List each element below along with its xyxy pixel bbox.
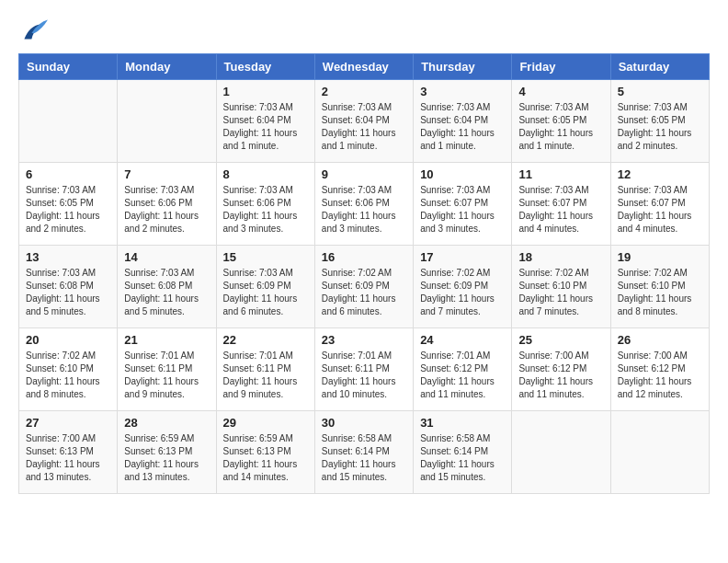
- header-day-wednesday: Wednesday: [314, 54, 413, 80]
- day-number: 22: [223, 333, 308, 347]
- cell-content: Sunrise: 7:01 AM Sunset: 6:12 PM Dayligh…: [420, 350, 505, 401]
- cell-content: Sunrise: 7:03 AM Sunset: 6:04 PM Dayligh…: [322, 101, 406, 153]
- calendar-cell: 6Sunrise: 7:03 AM Sunset: 6:05 PM Daylig…: [19, 163, 118, 246]
- day-number: 16: [322, 250, 406, 264]
- week-row-3: 13Sunrise: 7:03 AM Sunset: 6:08 PM Dayli…: [19, 246, 710, 328]
- calendar-cell: 5Sunrise: 7:03 AM Sunset: 6:05 PM Daylig…: [610, 80, 709, 163]
- day-number: 29: [223, 416, 308, 430]
- cell-content: Sunrise: 7:03 AM Sunset: 6:04 PM Dayligh…: [420, 101, 505, 153]
- cell-content: Sunrise: 7:03 AM Sunset: 6:04 PM Dayligh…: [223, 101, 308, 153]
- calendar-cell: 22Sunrise: 7:01 AM Sunset: 6:11 PM Dayli…: [216, 328, 314, 411]
- cell-content: Sunrise: 7:01 AM Sunset: 6:11 PM Dayligh…: [124, 350, 209, 401]
- calendar-cell: 24Sunrise: 7:01 AM Sunset: 6:12 PM Dayli…: [414, 328, 512, 411]
- day-number: 7: [124, 167, 209, 181]
- cell-content: Sunrise: 6:59 AM Sunset: 6:13 PM Dayligh…: [223, 432, 308, 484]
- day-number: 27: [26, 416, 110, 430]
- cell-content: Sunrise: 7:02 AM Sunset: 6:09 PM Dayligh…: [322, 267, 406, 318]
- cell-content: Sunrise: 7:00 AM Sunset: 6:13 PM Dayligh…: [26, 432, 110, 484]
- calendar-cell: 12Sunrise: 7:03 AM Sunset: 6:07 PM Dayli…: [610, 163, 709, 246]
- day-number: 15: [223, 250, 308, 264]
- day-number: 20: [26, 333, 110, 347]
- day-number: 28: [124, 416, 209, 430]
- cell-content: Sunrise: 7:03 AM Sunset: 6:05 PM Dayligh…: [26, 184, 110, 236]
- cell-content: Sunrise: 7:03 AM Sunset: 6:06 PM Dayligh…: [124, 184, 209, 236]
- day-number: 10: [420, 167, 505, 181]
- day-number: 13: [26, 250, 110, 264]
- cell-content: Sunrise: 6:58 AM Sunset: 6:14 PM Dayligh…: [322, 432, 406, 484]
- header-day-friday: Friday: [512, 54, 610, 80]
- header-row: SundayMondayTuesdayWednesdayThursdayFrid…: [19, 54, 710, 80]
- calendar-cell: [19, 80, 118, 163]
- calendar-cell: 3Sunrise: 7:03 AM Sunset: 6:04 PM Daylig…: [414, 80, 512, 163]
- calendar-cell: 31Sunrise: 6:58 AM Sunset: 6:14 PM Dayli…: [414, 411, 512, 494]
- day-number: 11: [518, 167, 603, 181]
- day-number: 23: [322, 333, 406, 347]
- calendar-cell: [512, 411, 610, 494]
- week-row-2: 6Sunrise: 7:03 AM Sunset: 6:05 PM Daylig…: [19, 163, 710, 246]
- header-day-saturday: Saturday: [610, 54, 709, 80]
- cell-content: Sunrise: 7:01 AM Sunset: 6:11 PM Dayligh…: [322, 350, 406, 401]
- calendar-cell: 30Sunrise: 6:58 AM Sunset: 6:14 PM Dayli…: [314, 411, 413, 494]
- cell-content: Sunrise: 7:03 AM Sunset: 6:08 PM Dayligh…: [26, 267, 110, 318]
- calendar-cell: [118, 80, 216, 163]
- calendar-cell: 14Sunrise: 7:03 AM Sunset: 6:08 PM Dayli…: [118, 246, 216, 328]
- header-day-sunday: Sunday: [19, 54, 118, 80]
- calendar-cell: 10Sunrise: 7:03 AM Sunset: 6:07 PM Dayli…: [414, 163, 512, 246]
- day-number: 21: [124, 333, 209, 347]
- day-number: 14: [124, 250, 209, 264]
- calendar-cell: 21Sunrise: 7:01 AM Sunset: 6:11 PM Dayli…: [118, 328, 216, 411]
- day-number: 8: [223, 167, 308, 181]
- calendar-table: SundayMondayTuesdayWednesdayThursdayFrid…: [18, 53, 710, 494]
- day-number: 4: [518, 85, 603, 98]
- header: [18, 18, 710, 44]
- cell-content: Sunrise: 7:02 AM Sunset: 6:10 PM Dayligh…: [26, 350, 110, 401]
- calendar-cell: 16Sunrise: 7:02 AM Sunset: 6:09 PM Dayli…: [314, 246, 413, 328]
- calendar-cell: 23Sunrise: 7:01 AM Sunset: 6:11 PM Dayli…: [314, 328, 413, 411]
- calendar-cell: 25Sunrise: 7:00 AM Sunset: 6:12 PM Dayli…: [512, 328, 610, 411]
- day-number: 19: [618, 250, 702, 264]
- cell-content: Sunrise: 7:03 AM Sunset: 6:08 PM Dayligh…: [124, 267, 209, 318]
- cell-content: Sunrise: 7:00 AM Sunset: 6:12 PM Dayligh…: [618, 350, 702, 401]
- day-number: 31: [420, 416, 505, 430]
- calendar-cell: 19Sunrise: 7:02 AM Sunset: 6:10 PM Dayli…: [610, 246, 709, 328]
- cell-content: Sunrise: 7:03 AM Sunset: 6:05 PM Dayligh…: [518, 101, 603, 153]
- calendar-cell: 17Sunrise: 7:02 AM Sunset: 6:09 PM Dayli…: [414, 246, 512, 328]
- calendar-cell: 29Sunrise: 6:59 AM Sunset: 6:13 PM Dayli…: [216, 411, 314, 494]
- day-number: 2: [322, 85, 406, 98]
- calendar-cell: 8Sunrise: 7:03 AM Sunset: 6:06 PM Daylig…: [216, 163, 314, 246]
- cell-content: Sunrise: 7:03 AM Sunset: 6:07 PM Dayligh…: [420, 184, 505, 236]
- day-number: 5: [618, 85, 702, 98]
- calendar-cell: 4Sunrise: 7:03 AM Sunset: 6:05 PM Daylig…: [512, 80, 610, 163]
- day-number: 24: [420, 333, 505, 347]
- day-number: 9: [322, 167, 406, 181]
- calendar-cell: [610, 411, 709, 494]
- day-number: 26: [618, 333, 702, 347]
- cell-content: Sunrise: 7:02 AM Sunset: 6:10 PM Dayligh…: [518, 267, 603, 318]
- day-number: 12: [618, 167, 702, 181]
- cell-content: Sunrise: 7:00 AM Sunset: 6:12 PM Dayligh…: [518, 350, 603, 401]
- header-day-tuesday: Tuesday: [216, 54, 314, 80]
- cell-content: Sunrise: 7:02 AM Sunset: 6:09 PM Dayligh…: [420, 267, 505, 318]
- day-number: 3: [420, 85, 505, 98]
- day-number: 17: [420, 250, 505, 264]
- cell-content: Sunrise: 7:03 AM Sunset: 6:07 PM Dayligh…: [518, 184, 603, 236]
- calendar-cell: 11Sunrise: 7:03 AM Sunset: 6:07 PM Dayli…: [512, 163, 610, 246]
- calendar-cell: 2Sunrise: 7:03 AM Sunset: 6:04 PM Daylig…: [314, 80, 413, 163]
- logo: [18, 18, 51, 44]
- week-row-5: 27Sunrise: 7:00 AM Sunset: 6:13 PM Dayli…: [19, 411, 710, 494]
- header-day-monday: Monday: [118, 54, 216, 80]
- calendar-cell: 7Sunrise: 7:03 AM Sunset: 6:06 PM Daylig…: [118, 163, 216, 246]
- calendar-cell: 26Sunrise: 7:00 AM Sunset: 6:12 PM Dayli…: [610, 328, 709, 411]
- day-number: 1: [223, 85, 308, 98]
- calendar-cell: 15Sunrise: 7:03 AM Sunset: 6:09 PM Dayli…: [216, 246, 314, 328]
- calendar-cell: 27Sunrise: 7:00 AM Sunset: 6:13 PM Dayli…: [19, 411, 118, 494]
- logo-icon: [18, 18, 48, 44]
- cell-content: Sunrise: 7:03 AM Sunset: 6:07 PM Dayligh…: [618, 184, 702, 236]
- week-row-1: 1Sunrise: 7:03 AM Sunset: 6:04 PM Daylig…: [19, 80, 710, 163]
- calendar-cell: 13Sunrise: 7:03 AM Sunset: 6:08 PM Dayli…: [19, 246, 118, 328]
- cell-content: Sunrise: 7:01 AM Sunset: 6:11 PM Dayligh…: [223, 350, 308, 401]
- cell-content: Sunrise: 7:03 AM Sunset: 6:06 PM Dayligh…: [223, 184, 308, 236]
- calendar-cell: 18Sunrise: 7:02 AM Sunset: 6:10 PM Dayli…: [512, 246, 610, 328]
- calendar-cell: 28Sunrise: 6:59 AM Sunset: 6:13 PM Dayli…: [118, 411, 216, 494]
- cell-content: Sunrise: 7:03 AM Sunset: 6:06 PM Dayligh…: [322, 184, 406, 236]
